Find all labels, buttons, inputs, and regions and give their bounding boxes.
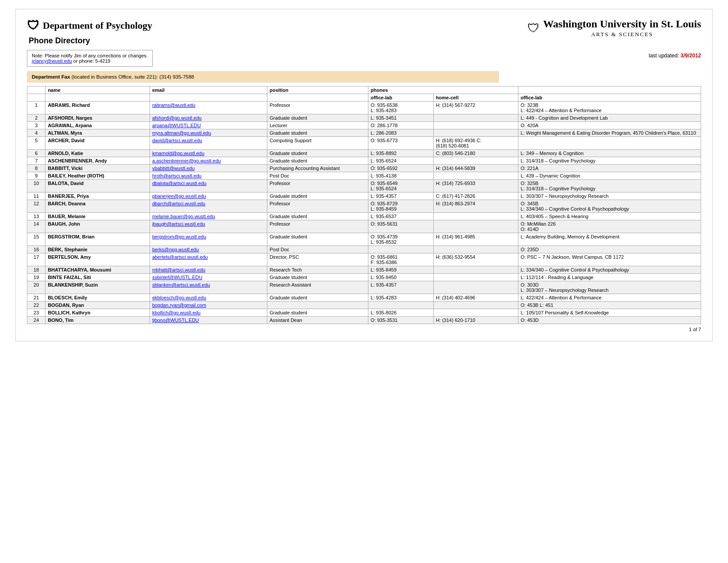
col-header-phones: phones bbox=[368, 87, 518, 94]
cell-office-phone: L: 935-4357 bbox=[368, 281, 434, 294]
cell-position: Graduate student bbox=[267, 233, 368, 246]
cell-office-lab: L: 112/114 - Reading & Language bbox=[518, 274, 701, 281]
cell-position: Graduate student bbox=[267, 294, 368, 302]
cell-email[interactable]: david@artsci.wustl.edu bbox=[150, 137, 267, 150]
cell-email[interactable]: melanie.bauer@go.wustl.edu bbox=[150, 213, 267, 220]
email-link[interactable]: bergstrom@go.wustl.edu bbox=[152, 234, 206, 239]
page-container: 🛡 Department of Psychology Phone Directo… bbox=[15, 9, 713, 341]
cell-email[interactable]: jbaugh@artsci.wustl.edu bbox=[150, 220, 267, 233]
cell-num: 11 bbox=[27, 193, 45, 200]
table-row: 4ALTMAN, Myramyra.altman@go.wustl.eduGra… bbox=[27, 129, 701, 137]
email-link[interactable]: abertels@artsci.wustl.edu bbox=[152, 254, 208, 260]
cell-email[interactable]: tjbono@WUSTL.EDU bbox=[150, 317, 267, 324]
email-link[interactable]: kmarnold@go.wustl.edu bbox=[152, 151, 204, 156]
email-link[interactable]: sblanken@artsci.wustl.edu bbox=[152, 282, 210, 287]
cell-home-cell: H: (314) 402-4696 bbox=[433, 294, 518, 302]
notice-phone: or phone: 5-4219 bbox=[73, 58, 110, 64]
cell-office-lab: L: Weight Management & Eating Disorder P… bbox=[518, 129, 701, 137]
cell-home-cell: H: (636) 532-9554 bbox=[433, 253, 518, 266]
table-row: 3AGRAWAL, Arpanaarpana@WUSTL.EDULecturer… bbox=[27, 122, 701, 129]
email-link[interactable]: ssbintef@WUSTL.EDU bbox=[152, 275, 203, 280]
table-row: 22BOGDAN, Ryanbogdan.ryan@gmail.comO: 45… bbox=[27, 302, 701, 309]
cell-email[interactable]: berks@npg.wustl.edu bbox=[150, 246, 267, 253]
cell-email[interactable]: kbollich@go.wustl.edu bbox=[150, 309, 267, 317]
email-link[interactable]: afshordi@go.wustl.edu bbox=[152, 115, 202, 121]
cell-email[interactable]: afshordi@go.wustl.edu bbox=[150, 114, 267, 122]
fax-row: Department Fax (located in Business Offi… bbox=[27, 71, 499, 83]
cell-name: BAUER, Melanie bbox=[45, 213, 150, 220]
email-link[interactable]: jbaugh@artsci.wustl.edu bbox=[152, 221, 205, 227]
last-updated-container: last updated: 3/9/2012 bbox=[649, 53, 701, 59]
email-link[interactable]: mbhatt@artsci.wustl.edu bbox=[152, 267, 206, 272]
cell-home-cell: H: (314) 620-1710 bbox=[433, 317, 518, 324]
email-link[interactable]: kbollich@go.wustl.edu bbox=[152, 310, 201, 315]
cell-email[interactable]: ekbloesch@go.wustl.edu bbox=[150, 294, 267, 302]
table-row: 14BAUGH, Johnjbaugh@artsci.wustl.eduProf… bbox=[27, 220, 701, 233]
cell-email[interactable]: abertels@artsci.wustl.edu bbox=[150, 253, 267, 266]
cell-home-cell: H: (314) 644-5839 bbox=[433, 165, 518, 172]
cell-num: 10 bbox=[27, 180, 45, 193]
col-subheader-officelab: office-lab bbox=[368, 94, 434, 102]
cell-office-phone bbox=[368, 246, 434, 253]
last-updated-value: 3/9/2012 bbox=[680, 53, 701, 59]
email-link[interactable]: melanie.bauer@go.wustl.edu bbox=[152, 214, 215, 219]
email-link[interactable]: ekbloesch@go.wustl.edu bbox=[152, 295, 206, 300]
cell-office-lab: O: 420A bbox=[518, 122, 701, 129]
cell-num: 18 bbox=[27, 266, 45, 274]
table-row: 1ABRAMS, Richardrabrams@wustl.eduProfess… bbox=[27, 102, 701, 114]
cell-home-cell: H: (314) 567-9272 bbox=[433, 102, 518, 114]
email-link[interactable]: tjbono@WUSTL.EDU bbox=[152, 317, 199, 323]
email-link[interactable]: dbalota@artsci.wustl.edu bbox=[152, 181, 206, 186]
email-link[interactable]: david@artsci.wustl.edu bbox=[152, 138, 202, 143]
cell-email[interactable]: arpana@WUSTL.EDU bbox=[150, 122, 267, 129]
col-header-position: position bbox=[267, 87, 368, 94]
cell-name: BINTE FAIZAL, Siti bbox=[45, 274, 150, 281]
col-subheader-num bbox=[27, 94, 45, 102]
email-link[interactable]: hroth@artsci.wustl.edu bbox=[152, 173, 202, 178]
cell-num: 12 bbox=[27, 200, 45, 213]
cell-office-lab: L: 449 - Cognition and Development Lab bbox=[518, 114, 701, 122]
cell-email[interactable]: a.aschenbrenner@go.wustl.edu bbox=[150, 157, 267, 165]
col-header-num bbox=[27, 87, 45, 94]
email-link[interactable]: vbabbitt@wustl.edu bbox=[152, 166, 195, 171]
cell-email[interactable]: bogdan.ryan@gmail.com bbox=[150, 302, 267, 309]
cell-position: Graduate student bbox=[267, 213, 368, 220]
cell-email[interactable]: pbanerjee@go.wustl.edu bbox=[150, 193, 267, 200]
cell-office-lab: O: McMillan 226 O: 414D bbox=[518, 220, 701, 233]
table-row: 12BARCH, Deannadbarch@artsci.wustl.eduPr… bbox=[27, 200, 701, 213]
email-link[interactable]: rabrams@wustl.edu bbox=[152, 102, 195, 108]
cell-email[interactable]: vbabbitt@wustl.edu bbox=[150, 165, 267, 172]
cell-num: 6 bbox=[27, 150, 45, 157]
cell-email[interactable]: rabrams@wustl.edu bbox=[150, 102, 267, 114]
cell-position: Professor bbox=[267, 102, 368, 114]
cell-email[interactable]: bergstrom@go.wustl.edu bbox=[150, 233, 267, 246]
email-link[interactable]: dbarch@artsci.wustl.edu bbox=[152, 201, 206, 206]
cell-email[interactable]: kmarnold@go.wustl.edu bbox=[150, 150, 267, 157]
cell-home-cell bbox=[433, 114, 518, 122]
cell-home-cell bbox=[433, 274, 518, 281]
email-link[interactable]: arpana@WUSTL.EDU bbox=[152, 123, 201, 128]
email-link[interactable]: berks@npg.wustl.edu bbox=[152, 247, 199, 252]
notice-line1: Note: Please notify Jim of any correctio… bbox=[32, 53, 148, 58]
notice-email[interactable]: jclancy@wustl.edu bbox=[32, 58, 72, 64]
col-subheader-email bbox=[150, 94, 267, 102]
cell-office-phone: O: 935-6549 L: 935-6524 bbox=[368, 180, 434, 193]
cell-email[interactable]: hroth@artsci.wustl.edu bbox=[150, 172, 267, 180]
cell-email[interactable]: dbalota@artsci.wustl.edu bbox=[150, 180, 267, 193]
cell-num: 13 bbox=[27, 213, 45, 220]
cell-email[interactable]: myra.altman@go.wustl.edu bbox=[150, 129, 267, 137]
cell-home-cell bbox=[433, 246, 518, 253]
cell-home-cell: C: (617) 417-2826 bbox=[433, 193, 518, 200]
cell-email[interactable]: mbhatt@artsci.wustl.edu bbox=[150, 266, 267, 274]
cell-email[interactable]: ssbintef@WUSTL.EDU bbox=[150, 274, 267, 281]
col-subheader-position bbox=[267, 94, 368, 102]
email-link[interactable]: myra.altman@go.wustl.edu bbox=[152, 130, 211, 136]
cell-position: Graduate student bbox=[267, 114, 368, 122]
email-link[interactable]: a.aschenbrenner@go.wustl.edu bbox=[152, 158, 221, 163]
cell-email[interactable]: dbarch@artsci.wustl.edu bbox=[150, 200, 267, 213]
email-link[interactable]: pbanerjee@go.wustl.edu bbox=[152, 193, 206, 199]
email-link[interactable]: bogdan.ryan@gmail.com bbox=[152, 302, 206, 308]
cell-email[interactable]: sblanken@artsci.wustl.edu bbox=[150, 281, 267, 294]
cell-name: BERK, Stephanie bbox=[45, 246, 150, 253]
cell-office-lab: O: 345B L: 334/340 – Cognitive Control &… bbox=[518, 200, 701, 213]
